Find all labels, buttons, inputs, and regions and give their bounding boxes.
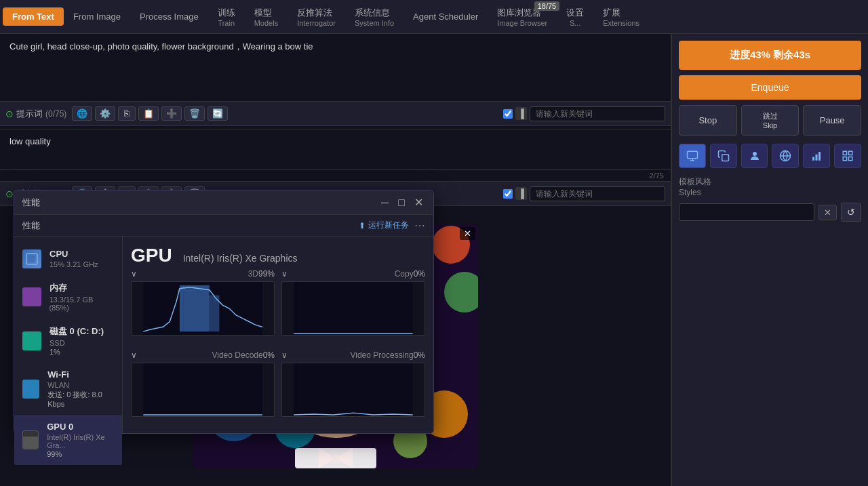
gpu-copy-section: ∨ Copy 0% <box>281 269 425 336</box>
chart-icon <box>810 150 823 162</box>
prompt-expand-icon: ⊙ <box>5 108 14 119</box>
nav-counter: 18/75 <box>534 1 560 11</box>
gpu-icon <box>22 430 39 449</box>
negative-textarea[interactable]: low quality <box>0 129 671 170</box>
top-navigation: From Text From Image Process Image 训练 Tr… <box>0 0 868 34</box>
sidebar-item-gpu[interactable]: GPU 0 Intel(R) Iris(R) Xe Gra... 99% <box>14 415 122 465</box>
prompt-globe-btn[interactable]: 🌐 <box>72 106 92 121</box>
styles-clear-button[interactable]: ✕ <box>818 205 837 220</box>
svg-rect-42 <box>843 151 846 155</box>
prompt-extra-btn[interactable]: 🔄 <box>208 106 228 121</box>
gpu-3d-chart <box>131 281 275 336</box>
tab-settings[interactable]: 设置 S... <box>557 3 593 31</box>
stop-button[interactable]: Stop <box>679 105 737 136</box>
icon-btn-2[interactable] <box>710 144 737 168</box>
prompt-copy-btn[interactable]: ⎘ <box>118 106 136 121</box>
prompt-keyword-input[interactable] <box>530 106 665 121</box>
task-manager-sidebar: CPU 15% 3.21 GHz 内存 13.3/15.7 GB (85%) <box>14 237 123 433</box>
svg-rect-52 <box>143 363 262 416</box>
prompt-paste-btn[interactable]: 📋 <box>138 106 159 121</box>
tab-interrogator[interactable]: 反推算法 Interrogator <box>288 3 345 31</box>
sidebar-item-wifi[interactable]: Wi-Fi WLAN 发送: 0 接收: 8.0 Kbps <box>14 363 122 415</box>
icon-btn-5[interactable] <box>803 144 830 168</box>
sidebar-item-cpu[interactable]: CPU 15% 3.21 GHz <box>14 242 122 275</box>
icon-btn-3[interactable] <box>741 144 768 168</box>
tab-from-image[interactable]: From Image <box>64 7 130 26</box>
copy-icon <box>717 150 730 162</box>
negative-toggle-icon: ▐ <box>515 187 527 200</box>
gpu-video-decode-chart <box>131 363 275 417</box>
svg-rect-25 <box>295 448 376 468</box>
disk-icon <box>22 331 41 350</box>
styles-row: ✕ ↺ <box>679 203 861 222</box>
prompt-checkbox[interactable] <box>503 109 513 119</box>
task-manager-minimize-button[interactable]: ─ <box>379 197 391 209</box>
styles-refresh-button[interactable]: ↺ <box>841 203 861 222</box>
prompt-toolbar: ⊙ 提示词 (0/75) 🌐 ⚙️ ⎘ 📋 ➕ 🗑️ 🔄 ▐ <box>0 102 671 126</box>
svg-point-36 <box>753 152 757 156</box>
tab-models[interactable]: 模型 Models <box>245 3 288 31</box>
enqueue-button[interactable]: Enqueue <box>679 75 861 100</box>
prompt-trash-btn[interactable]: 🗑️ <box>184 106 205 121</box>
negative-checkbox[interactable] <box>503 189 513 199</box>
skip-button[interactable]: 跳过 Skip <box>741 105 800 136</box>
monitor-icon <box>686 150 698 162</box>
svg-rect-45 <box>849 157 852 161</box>
svg-rect-32 <box>687 151 697 159</box>
gpu-video-processing-section: ∨ Video Processing 0% <box>281 350 425 417</box>
prompt-toggle-icon: ▐ <box>515 107 527 120</box>
icon-btn-6[interactable] <box>834 144 861 168</box>
svg-rect-47 <box>28 256 35 262</box>
tab-system-info[interactable]: 系统信息 System Info <box>345 3 403 31</box>
shared-memory-row: 共享 GPU 内存利用率 7.9 GB <box>131 428 425 433</box>
prompt-gear-btn[interactable]: ⚙️ <box>95 106 115 121</box>
gpu-header: GPU Intel(R) Iris(R) Xe Graphics <box>131 245 425 266</box>
svg-rect-40 <box>816 155 818 161</box>
tab-image-browser[interactable]: 图库浏览器 Image Browser 18/75 <box>488 3 557 31</box>
styles-input[interactable] <box>679 203 814 221</box>
pause-button[interactable]: Pause <box>803 105 861 136</box>
action-row: Stop 跳过 Skip Pause <box>679 105 861 136</box>
tab-train[interactable]: 训练 Train <box>208 3 245 31</box>
new-task-button[interactable]: ⬆ 运行新任务 <box>359 220 409 231</box>
tab-process-image[interactable]: Process Image <box>130 7 208 26</box>
sidebar-item-memory[interactable]: 内存 13.3/15.7 GB (85%) <box>14 275 122 319</box>
prompt-textarea[interactable]: Cute girl, head close-up, photo quality,… <box>0 34 671 102</box>
tab-from-text[interactable]: From Text <box>3 7 64 26</box>
sidebar-item-disk[interactable]: 磁盘 0 (C: D:) SSD 1% <box>14 319 122 363</box>
svg-rect-43 <box>849 151 852 155</box>
task-manager-maximize-button[interactable]: □ <box>396 197 407 209</box>
gpu-3d-section: ∨ 3D 99% <box>131 269 275 336</box>
globe-icon <box>779 150 791 162</box>
task-manager-controls: ─ □ ✕ <box>379 196 425 209</box>
wifi-icon <box>22 380 39 399</box>
gpu-charts: ∨ 3D 99% <box>131 269 425 425</box>
svg-rect-44 <box>843 157 846 161</box>
svg-rect-49 <box>180 285 210 331</box>
gpu-title: GPU <box>131 245 172 266</box>
styles-label: 模板风格 Styles <box>679 176 861 197</box>
task-manager-close-button[interactable]: ✕ <box>412 196 425 209</box>
task-manager-body: CPU 15% 3.21 GHz 内存 13.3/15.7 GB (85%) <box>14 237 433 433</box>
gpu-video-processing-chart <box>281 363 425 417</box>
gpu-copy-chart <box>281 281 425 336</box>
svg-rect-35 <box>722 155 728 161</box>
task-manager-more-button[interactable]: ⋯ <box>414 219 425 232</box>
svg-rect-39 <box>812 157 814 161</box>
svg-rect-53 <box>294 363 413 416</box>
icon-row <box>679 144 861 168</box>
cpu-icon <box>22 249 41 268</box>
tab-agent-scheduler[interactable]: Agent Scheduler <box>403 7 488 26</box>
negative-keyword-input[interactable] <box>530 186 665 201</box>
icon-btn-1[interactable] <box>679 144 706 168</box>
task-manager-title: 性能 <box>22 197 379 209</box>
image-close-button[interactable]: ✕ <box>460 227 475 240</box>
tab-extensions[interactable]: 扩展 Extensions <box>593 3 649 31</box>
task-manager-titlebar: 性能 ─ □ ✕ <box>14 190 433 215</box>
prompt-label: 提示词 (0/75) <box>16 108 66 120</box>
icon-btn-4[interactable] <box>772 144 799 168</box>
person-icon <box>749 150 761 162</box>
prompt-add-btn[interactable]: ➕ <box>161 106 182 121</box>
progress-button: 进度43% 剩余43s <box>679 41 861 70</box>
task-manager-window: 性能 ─ □ ✕ 性能 ⬆ 运行新任务 ⋯ CPU 15% <box>14 190 434 434</box>
